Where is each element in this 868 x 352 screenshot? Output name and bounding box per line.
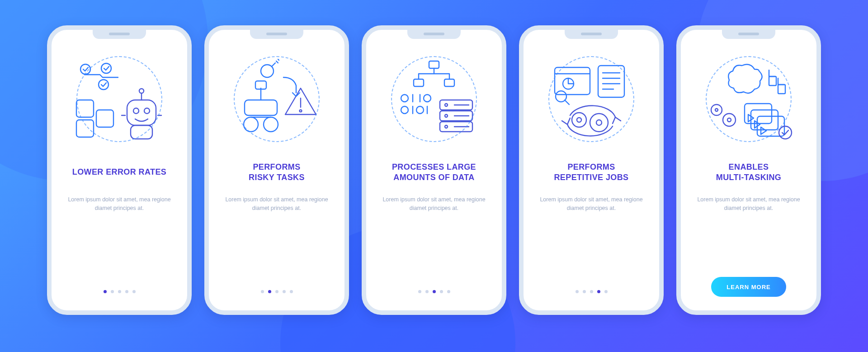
gears-reports-icon	[542, 54, 641, 145]
phone-notch	[93, 30, 146, 39]
dot[interactable]	[433, 290, 436, 293]
phone-notch	[250, 30, 303, 39]
screen-title: PERFORMS REPETITIVE JOBS	[554, 161, 628, 184]
pagination-dots[interactable]	[576, 290, 608, 297]
dot[interactable]	[604, 290, 608, 293]
phone-notch	[565, 30, 618, 39]
pagination-dots[interactable]	[104, 290, 136, 297]
dot[interactable]	[425, 290, 429, 293]
screen-title: ENABLES MULTI-TASKING	[716, 161, 782, 184]
robot-checklist-icon	[70, 54, 169, 145]
dot[interactable]	[275, 290, 278, 293]
dot[interactable]	[268, 290, 271, 293]
dot[interactable]	[104, 290, 107, 293]
screen-body: Lorem ipsum dolor sit amet, mea regione …	[382, 195, 486, 213]
onboarding-screen-2: PERFORMS RISKY TASKS Lorem ipsum dolor s…	[204, 25, 349, 315]
screen-body: Lorem ipsum dolor sit amet, mea regione …	[225, 195, 329, 213]
dot[interactable]	[583, 290, 586, 293]
screen-body: Lorem ipsum dolor sit amet, mea regione …	[67, 195, 171, 213]
dot[interactable]	[590, 290, 593, 293]
dot[interactable]	[576, 290, 579, 293]
dot[interactable]	[283, 290, 286, 293]
onboarding-carousel: LOWER ERROR RATES Lorem ipsum dolor sit …	[0, 0, 868, 333]
dot[interactable]	[447, 290, 450, 293]
dot[interactable]	[597, 290, 600, 293]
onboarding-screen-4: PERFORMS REPETITIVE JOBS Lorem ipsum dol…	[519, 25, 664, 315]
onboarding-screen-5: ENABLES MULTI-TASKING Lorem ipsum dolor …	[676, 25, 821, 315]
rover-warning-icon	[227, 54, 326, 145]
binary-database-icon	[384, 54, 484, 145]
phone-notch	[722, 30, 775, 39]
dot[interactable]	[125, 290, 128, 293]
screen-title: PROCESSES LARGE AMOUNTS OF DATA	[392, 161, 476, 184]
onboarding-screen-1: LOWER ERROR RATES Lorem ipsum dolor sit …	[47, 25, 192, 315]
screen-body: Lorem ipsum dolor sit amet, mea regione …	[697, 195, 801, 213]
dot[interactable]	[118, 290, 121, 293]
dot[interactable]	[440, 290, 443, 293]
svg-point-63	[779, 126, 792, 139]
dot[interactable]	[111, 290, 114, 293]
screen-title: LOWER ERROR RATES	[72, 161, 166, 184]
phone-notch	[407, 30, 461, 39]
brain-windows-icon	[699, 54, 798, 145]
dot[interactable]	[261, 290, 264, 293]
screen-title: PERFORMS RISKY TASKS	[249, 161, 305, 184]
dot[interactable]	[132, 290, 136, 293]
learn-more-button[interactable]: LEARN MORE	[711, 277, 786, 297]
onboarding-screen-3: PROCESSES LARGE AMOUNTS OF DATA Lorem ip…	[362, 25, 506, 315]
pagination-dots[interactable]	[261, 290, 293, 297]
dot[interactable]	[290, 290, 293, 293]
pagination-dots[interactable]	[418, 290, 450, 297]
dot[interactable]	[418, 290, 421, 293]
screen-body: Lorem ipsum dolor sit amet, mea regione …	[539, 195, 643, 213]
